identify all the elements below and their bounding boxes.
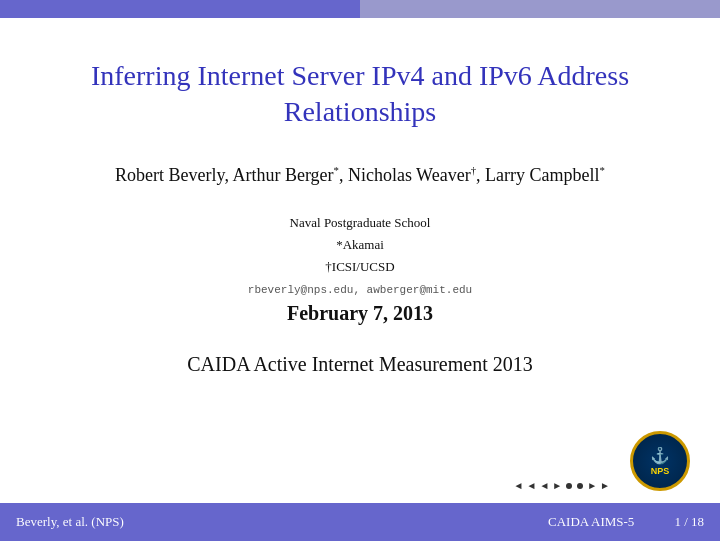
nav-dot1	[566, 483, 572, 489]
emails: rbeverly@nps.edu, awberger@mit.edu	[248, 284, 472, 296]
nav-left2-icon[interactable]: ◄	[526, 480, 536, 491]
nav-prev-icon[interactable]: ◄	[539, 480, 549, 491]
affiliation-line3: †ICSI/UCSD	[325, 259, 394, 274]
nps-badge: ⚓ NPS	[630, 431, 690, 491]
bottom-left-label: Beverly, et al. (NPS)	[16, 514, 124, 530]
slide-title: Inferring Internet Server IPv4 and IPv6 …	[91, 58, 629, 131]
nav-arrows: ◄ ◄ ◄ ► ► ►	[514, 480, 610, 491]
nav-next-icon[interactable]: ►	[552, 480, 562, 491]
bottom-center-label: CAIDA AIMS-5	[548, 514, 634, 530]
affiliation-line2: *Akamai	[336, 237, 384, 252]
slide-content: Inferring Internet Server IPv4 and IPv6 …	[0, 18, 720, 503]
bottom-right-labels: CAIDA AIMS-5 1 / 18	[548, 514, 704, 530]
title-line2: Relationships	[284, 96, 436, 127]
date: February 7, 2013	[287, 302, 433, 325]
nav-right2-icon[interactable]: ►	[600, 480, 610, 491]
nav-dot2	[577, 483, 583, 489]
nav-right-icon[interactable]: ►	[587, 480, 597, 491]
nps-eagle-icon: ⚓	[650, 446, 670, 465]
authors: Robert Beverly, Arthur Berger*, Nicholas…	[115, 163, 605, 188]
bottom-bar: Beverly, et al. (NPS) CAIDA AIMS-5 1 / 1…	[0, 503, 720, 541]
title-line1: Inferring Internet Server IPv4 and IPv6 …	[91, 60, 629, 91]
nps-circle: ⚓ NPS	[630, 431, 690, 491]
nps-label: NPS	[651, 466, 670, 477]
conference: CAIDA Active Internet Measurement 2013	[187, 353, 532, 376]
affiliation-line1: Naval Postgraduate School	[290, 215, 431, 230]
affiliation: Naval Postgraduate School *Akamai †ICSI/…	[290, 212, 431, 278]
bottom-page-label: 1 / 18	[674, 514, 704, 530]
nav-left-icon[interactable]: ◄	[514, 480, 524, 491]
top-bar	[0, 0, 720, 18]
